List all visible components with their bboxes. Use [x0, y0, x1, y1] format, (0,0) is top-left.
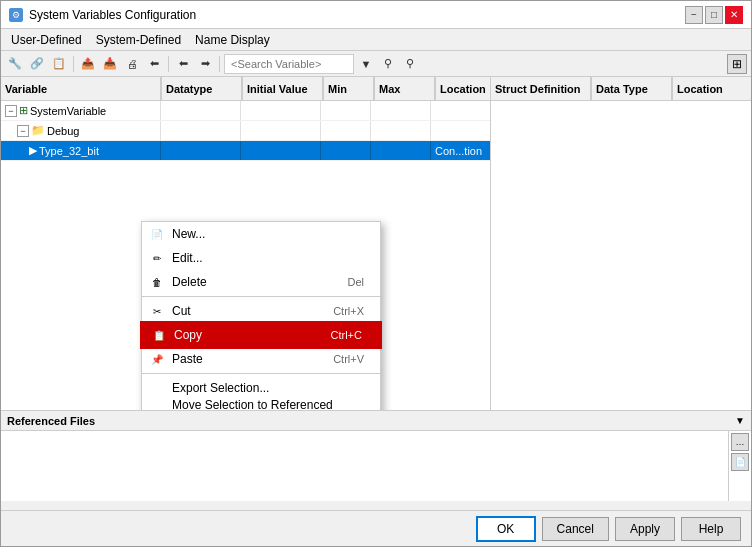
min-cell [321, 121, 371, 140]
toolbar-btn-9[interactable]: ➡ [195, 54, 215, 74]
min-cell [321, 101, 371, 120]
toolbar-grid-button[interactable]: ⊞ [727, 54, 747, 74]
ctx-edit[interactable]: ✏ Edit... [142, 246, 380, 270]
col-header-min: Min [324, 77, 374, 100]
toolbar-btn-7[interactable]: ⬅ [144, 54, 164, 74]
menu-user-defined[interactable]: User-Defined [5, 31, 88, 49]
toolbar-btn-10[interactable]: ▼ [356, 54, 376, 74]
referenced-collapse-button[interactable]: ▼ [735, 415, 745, 426]
search-input[interactable] [224, 54, 354, 74]
context-menu: 📄 New... ✏ Edit... 🗑 Delete Del [141, 221, 381, 410]
ctx-cut[interactable]: ✂ Cut Ctrl+X [142, 299, 380, 323]
toolbar-sep-3 [219, 56, 220, 72]
ctx-paste-icon: 📌 [150, 352, 164, 366]
referenced-files-body: … 📄 [1, 431, 751, 501]
max-cell [371, 101, 431, 120]
node-icon: ⊞ [19, 104, 28, 117]
ctx-copy-icon: 📋 [152, 328, 166, 342]
menu-name-display[interactable]: Name Display [189, 31, 276, 49]
ctx-delete[interactable]: 🗑 Delete Del [142, 270, 380, 294]
ctx-separator-2 [142, 373, 380, 374]
title-bar-left: ⚙ System Variables Configuration [9, 8, 196, 22]
node-icon: ▶ [29, 144, 37, 157]
location-cell [431, 101, 490, 120]
ok-button[interactable]: OK [476, 516, 536, 542]
main-content: Variable Datatype Initial Value Min Max … [1, 77, 751, 410]
row-name: SystemVariable [30, 105, 106, 117]
toolbar-btn-6[interactable]: 🖨 [122, 54, 142, 74]
left-panel: Variable Datatype Initial Value Min Max … [1, 77, 491, 410]
ctx-move[interactable]: Move Selection to Referenced File... [142, 400, 380, 410]
ctx-label: Copy [174, 328, 202, 342]
toolbar-btn-find[interactable]: ⚲ [378, 54, 398, 74]
toolbar-btn-4[interactable]: 📤 [78, 54, 98, 74]
cancel-button[interactable]: Cancel [542, 517, 609, 541]
toolbar-btn-5[interactable]: 📥 [100, 54, 120, 74]
ctx-export[interactable]: Export Selection... [142, 376, 380, 400]
referenced-files-header: Referenced Files ▼ [1, 411, 751, 431]
row-name: Type_32_bit [39, 145, 99, 157]
toolbar-btn-3[interactable]: 📋 [49, 54, 69, 74]
help-button[interactable]: Help [681, 517, 741, 541]
minimize-button[interactable]: − [685, 6, 703, 24]
location-cell: Con...tion [431, 141, 490, 160]
ctx-cut-icon: ✂ [150, 304, 164, 318]
right-table-header: Struct Definition Data Type Location [491, 77, 751, 101]
ref-browse-button[interactable]: … [731, 433, 749, 451]
ctx-label: Delete [172, 275, 207, 289]
ctx-label: Export Selection... [172, 381, 269, 395]
max-cell [371, 141, 431, 160]
menu-bar: User-Defined System-Defined Name Display [1, 29, 751, 51]
ctx-label: New... [172, 227, 205, 241]
datatype-cell [161, 121, 241, 140]
min-cell [321, 141, 371, 160]
toolbar-sep-2 [168, 56, 169, 72]
toolbar-btn-8[interactable]: ⬅ [173, 54, 193, 74]
toolbar: 🔧 🔗 📋 📤 📥 🖨 ⬅ ⬅ ➡ ▼ ⚲ ⚲ ⊞ [1, 51, 751, 77]
ctx-new[interactable]: 📄 New... [142, 222, 380, 246]
col-header-struct: Struct Definition [491, 77, 591, 100]
datatype-cell [161, 141, 241, 160]
table-row[interactable]: − ⊞ SystemVariable [1, 101, 490, 121]
ctx-shortcut: Ctrl+C [331, 329, 362, 341]
apply-button[interactable]: Apply [615, 517, 675, 541]
ctx-label: Paste [172, 352, 203, 366]
referenced-files-buttons: … 📄 [728, 431, 751, 501]
ctx-label: Cut [172, 304, 191, 318]
right-panel: Struct Definition Data Type Location [491, 77, 751, 410]
maximize-button[interactable]: □ [705, 6, 723, 24]
referenced-files-label: Referenced Files [7, 415, 95, 427]
ctx-move-icon [150, 405, 164, 410]
row-name: Debug [47, 125, 79, 137]
app-icon: ⚙ [9, 8, 23, 22]
initial-cell [241, 141, 321, 160]
ctx-shortcut: Ctrl+V [333, 353, 364, 365]
toolbar-btn-findnext[interactable]: ⚲ [400, 54, 420, 74]
ctx-label: Edit... [172, 251, 203, 265]
ctx-delete-icon: 🗑 [150, 275, 164, 289]
title-controls: − □ ✕ [685, 6, 743, 24]
toolbar-btn-1[interactable]: 🔧 [5, 54, 25, 74]
ctx-paste[interactable]: 📌 Paste Ctrl+V [142, 347, 380, 371]
col-header-datatype-r: Data Type [592, 77, 672, 100]
ctx-shortcut: Del [347, 276, 364, 288]
ctx-export-icon [150, 381, 164, 395]
window-title: System Variables Configuration [29, 8, 196, 22]
datatype-cell [161, 101, 241, 120]
table-row[interactable]: − 📁 Debug [1, 121, 490, 141]
max-cell [371, 121, 431, 140]
expand-icon[interactable]: − [17, 125, 29, 137]
node-icon: 📁 [31, 124, 45, 137]
variable-cell: ▶ Type_32_bit [1, 141, 161, 160]
close-button[interactable]: ✕ [725, 6, 743, 24]
toolbar-btn-2[interactable]: 🔗 [27, 54, 47, 74]
col-header-location-r: Location [673, 77, 751, 100]
main-window: ⚙ System Variables Configuration − □ ✕ U… [0, 0, 752, 547]
ctx-copy[interactable]: 📋 Copy Ctrl+C [142, 323, 380, 347]
table-row[interactable]: ▶ Type_32_bit Con...tion [1, 141, 490, 161]
expand-icon[interactable]: − [5, 105, 17, 117]
col-header-variable: Variable [1, 77, 161, 100]
left-table-body: − ⊞ SystemVariable − 📁 [1, 101, 490, 410]
menu-system-defined[interactable]: System-Defined [90, 31, 187, 49]
ref-add-button[interactable]: 📄 [731, 453, 749, 471]
